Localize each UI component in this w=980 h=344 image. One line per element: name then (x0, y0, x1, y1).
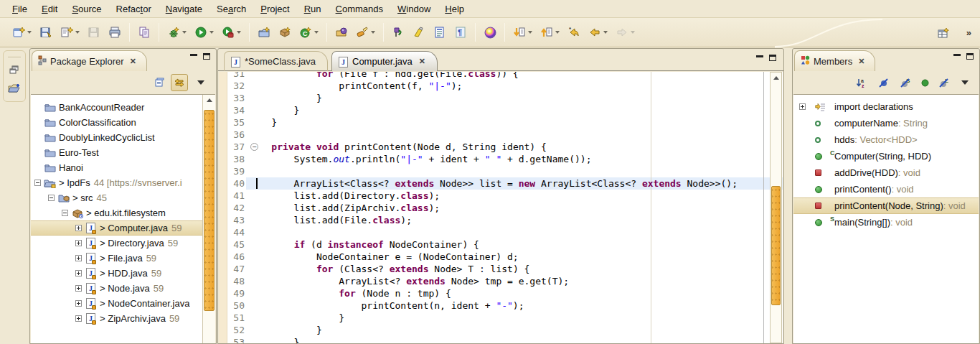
new-wizard-button[interactable] (9, 23, 34, 42)
dropdown-chevron-icon[interactable] (237, 31, 241, 34)
expand-icon[interactable] (75, 300, 82, 307)
save-as-button[interactable] (37, 23, 55, 42)
expand-icon[interactable] (799, 103, 815, 110)
toolbar-overflow-chevron[interactable]: » (966, 27, 970, 38)
tree-item-doublylinkedcycliclist[interactable]: DoublyLinkedCyclicList (31, 130, 202, 145)
package-explorer-close-icon[interactable]: ✕ (130, 57, 136, 66)
open-resource-pages-button[interactable] (135, 23, 154, 42)
tree-item-colorclassification[interactable]: ColorClassification (31, 115, 202, 130)
member-item-printcontent-node-string[interactable]: printContent(Node, String) : void (793, 197, 979, 214)
package-explorer-tab[interactable]: Package Explorer ✕ (32, 50, 147, 71)
view-menu-button[interactable] (192, 74, 209, 91)
collapse-icon[interactable] (48, 195, 55, 201)
open-perspective-button[interactable] (935, 24, 953, 42)
drag-handle[interactable] (8, 57, 21, 58)
color-sphere-button[interactable] (481, 23, 499, 42)
expand-icon[interactable] (75, 315, 82, 322)
print-button[interactable] (105, 23, 124, 42)
scrollbar-up-arrow[interactable] (771, 73, 781, 83)
restore-views-icon[interactable] (9, 65, 19, 76)
debug-button[interactable] (164, 23, 189, 42)
menu-help[interactable]: Help (438, 1, 471, 17)
run-external-tools-button[interactable] (219, 23, 244, 42)
show-whitespace-button[interactable]: ¶ (451, 23, 470, 42)
member-item-computer-string-hdd[interactable]: CComputer(String, HDD) (793, 148, 979, 164)
menu-navigate[interactable]: Navigate (159, 1, 209, 17)
pin-editor-button[interactable] (389, 23, 407, 42)
tree-item-computer-java[interactable]: J> Computer.java59 (31, 220, 202, 236)
dropdown-chevron-icon[interactable] (209, 31, 214, 34)
dropdown-chevron-icon[interactable] (631, 31, 635, 34)
new-package-button[interactable] (275, 23, 294, 42)
maximize-icon[interactable] (769, 55, 776, 61)
back-button[interactable] (585, 23, 611, 42)
new-java-project-button[interactable] (255, 23, 273, 42)
dropdown-chevron-icon[interactable] (314, 31, 319, 34)
menu-window[interactable]: Window (391, 1, 437, 17)
tree-item-ziparchiv-java[interactable]: J> ZipArchiv.java59 (31, 311, 202, 326)
editor-scrollbar[interactable] (770, 72, 782, 343)
expand-icon[interactable] (75, 255, 82, 261)
package-explorer-scrollbar[interactable] (202, 95, 215, 343)
scrollbar-up-arrow[interactable] (203, 95, 215, 105)
tree-item-hanoi[interactable]: Hanoi (31, 160, 202, 175)
view-menu-button[interactable] (956, 74, 974, 91)
menu-refactor[interactable]: Refactor (110, 1, 158, 17)
last-edit-location-button[interactable]: * (565, 23, 583, 42)
expand-icon[interactable] (75, 240, 82, 246)
hide-static-members-button[interactable]: S (896, 74, 913, 91)
members-tab[interactable]: Members ✕ (794, 50, 875, 71)
members-close-icon[interactable]: ✕ (858, 57, 864, 66)
tree-item-edu-kit-filesystem[interactable]: > edu.kit.filesystem (31, 205, 202, 220)
menu-search[interactable]: Search (210, 1, 253, 17)
member-item-computername[interactable]: computerName : String (793, 115, 979, 131)
member-item-printcontent[interactable]: printContent() : void (793, 181, 979, 197)
menu-run[interactable]: Run (298, 1, 328, 17)
member-item-adddrive-hdd[interactable]: addDrive(HDD) : void (793, 164, 979, 181)
scrollbar-thumb[interactable] (204, 110, 215, 311)
dropdown-chevron-icon[interactable] (528, 31, 532, 34)
mark-occurrences-button[interactable] (410, 23, 428, 42)
maximize-icon[interactable] (203, 53, 210, 60)
next-annotation-button[interactable] (510, 23, 535, 42)
expand-icon[interactable] (75, 225, 82, 231)
tree-item-directory-java[interactable]: J> Directory.java59 (31, 236, 202, 251)
minimize-icon[interactable] (756, 55, 763, 61)
menu-edit[interactable]: Edit (35, 1, 64, 17)
link-with-editor-button[interactable] (171, 74, 188, 91)
dropdown-chevron-icon[interactable] (27, 31, 32, 34)
hide-non-public-button[interactable] (916, 74, 933, 91)
search-button[interactable] (353, 23, 378, 42)
tab-close-icon[interactable]: ✕ (419, 57, 425, 66)
tree-item-ipdfs[interactable]: > IpdFs44 [https://svnserver.i (31, 175, 202, 190)
sort-alphabetically-button[interactable]: az (853, 74, 870, 91)
collapse-icon[interactable] (62, 210, 68, 216)
expand-icon[interactable] (75, 285, 82, 292)
collapse-all-button[interactable] (152, 74, 169, 91)
tree-item-bankaccountreader[interactable]: BankAccountReader (31, 100, 202, 115)
new-class-button[interactable]: C (296, 23, 321, 42)
scrollbar-thumb[interactable] (771, 186, 781, 305)
menu-source[interactable]: Source (65, 1, 108, 17)
minimize-icon[interactable] (190, 54, 197, 60)
member-item-main-string[interactable]: Smain(String[]) : void (793, 214, 979, 231)
hide-fields-button[interactable] (875, 74, 892, 91)
tree-item-hdd-java[interactable]: J> HDD.java59 (31, 266, 202, 281)
tree-item-euro-test[interactable]: Euro-Test (31, 145, 202, 160)
open-type-button[interactable] (332, 23, 351, 42)
editor-body[interactable]: 3132333435363738394041424344454647484950… (219, 72, 783, 343)
minimize-icon[interactable] (953, 54, 961, 60)
open-view-folder-icon[interactable] (8, 83, 21, 96)
menu-project[interactable]: Project (254, 1, 296, 17)
collapse-icon[interactable] (34, 180, 41, 186)
dropdown-chevron-icon[interactable] (555, 31, 560, 34)
tree-item-nodecontainer-java[interactable]: J> NodeContainer.java (31, 296, 202, 311)
maximize-icon[interactable] (966, 53, 974, 60)
dropdown-chevron-icon[interactable] (603, 31, 608, 34)
expand-icon[interactable] (75, 270, 82, 276)
dropdown-chevron-icon[interactable] (371, 31, 375, 34)
annotation-ruler[interactable] (219, 72, 227, 343)
member-item-hdds[interactable]: hdds : Vector<HDD> (793, 131, 979, 148)
menu-commands[interactable]: Commands (329, 1, 390, 17)
tree-item-file-java[interactable]: J> File.java59 (31, 251, 202, 266)
